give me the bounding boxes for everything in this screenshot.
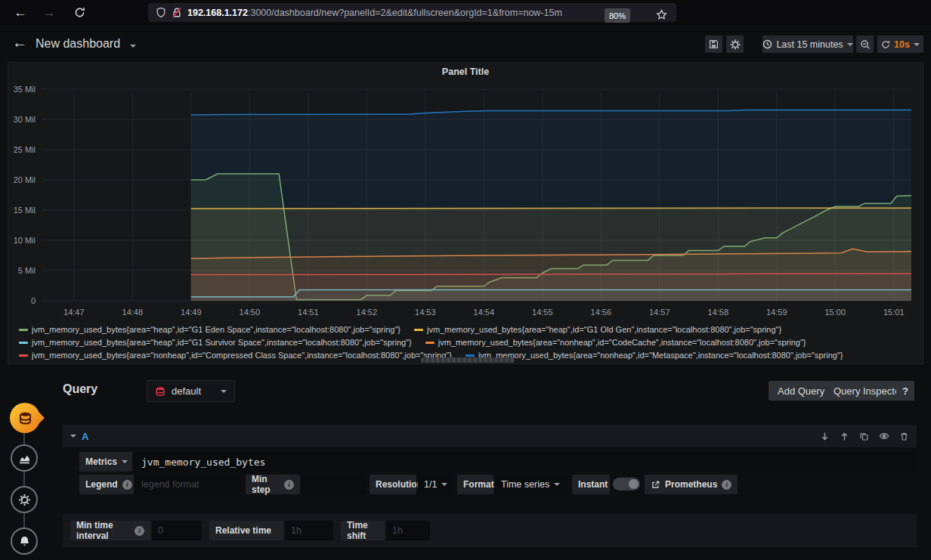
chart-legend: jvm_memory_used_bytes{area="heap",id="G1…: [19, 324, 915, 361]
legend-item-codecache[interactable]: jvm_memory_used_bytes{area="nonheap",id=…: [425, 337, 806, 348]
save-dashboard-button[interactable]: [705, 36, 722, 53]
svg-text:10 Mil: 10 Mil: [14, 236, 36, 245]
info-icon[interactable]: i: [284, 480, 294, 490]
svg-text:14:58: 14:58: [708, 308, 729, 317]
url-bar[interactable]: 192.168.1.172:3000/dashboard/new?panelId…: [148, 3, 676, 22]
tab-general[interactable]: [11, 486, 38, 513]
series-color-swatch: [19, 342, 28, 344]
panel-resize-handle[interactable]: [421, 357, 515, 363]
prometheus-link[interactable]: Prometheus i: [645, 475, 738, 494]
info-icon[interactable]: i: [722, 480, 732, 490]
query-section-label: Query: [63, 382, 97, 396]
disable-query-button[interactable]: [879, 431, 889, 441]
svg-text:14:56: 14:56: [591, 308, 612, 317]
tab-visualization[interactable]: [11, 444, 38, 472]
instant-toggle[interactable]: [613, 478, 640, 490]
datasource-icon: [155, 386, 165, 397]
relative-time-input[interactable]: [285, 521, 333, 540]
refresh-icon: [881, 40, 890, 49]
relative-time-label: Relative time: [209, 521, 283, 540]
zoom-out-icon: [860, 39, 871, 50]
svg-text:14:53: 14:53: [415, 308, 436, 317]
time-range-picker[interactable]: Last 15 minutes: [762, 36, 853, 53]
move-query-down-button[interactable]: [820, 432, 830, 441]
svg-text:14:57: 14:57: [649, 308, 670, 317]
query-row-header[interactable]: A: [63, 425, 917, 447]
label-text: Min time interval: [76, 520, 130, 541]
min-step-label: Min stepi: [246, 475, 300, 494]
time-shift-input[interactable]: [386, 521, 430, 540]
svg-text:0: 0: [31, 296, 36, 305]
metrics-dropdown[interactable]: Metrics: [79, 452, 134, 472]
resolution-caret-icon: [441, 483, 447, 486]
url-text[interactable]: 192.168.1.172:3000/dashboard/new?panelId…: [187, 8, 562, 18]
metrics-label: Metrics: [85, 456, 117, 467]
svg-text:14:55: 14:55: [532, 308, 553, 317]
format-value: Time series: [501, 479, 549, 490]
tab-alert[interactable]: [11, 528, 38, 555]
datasource-select[interactable]: default: [147, 380, 235, 402]
svg-text:14:51: 14:51: [298, 308, 319, 317]
refresh-button[interactable]: 10s: [877, 36, 923, 53]
resolution-select[interactable]: 1/1: [418, 475, 453, 494]
query-help-button[interactable]: ?: [896, 381, 914, 401]
legend-item-metaspace[interactable]: jvm_memory_used_bytes{area="nonheap",id=…: [466, 350, 843, 361]
info-icon[interactable]: i: [122, 480, 132, 490]
label-text: Format: [463, 479, 494, 490]
database-icon: [18, 411, 32, 425]
insecure-lock-icon[interactable]: [172, 7, 182, 18]
time-range-caret-icon: [847, 43, 853, 46]
series-color-swatch: [19, 329, 28, 331]
delete-query-button[interactable]: [899, 432, 909, 441]
graph-panel: Panel Title 05 Mil10 Mil15 Mil20 Mil25 M…: [8, 62, 923, 364]
legend-item-oldgen[interactable]: jvm_memory_used_bytes{area="heap",id="G1…: [414, 324, 781, 336]
time-shift-label: Time shift: [341, 521, 385, 540]
legend-format-label: Legendi: [79, 475, 134, 494]
dashboard-title[interactable]: New dashboard: [36, 37, 120, 51]
format-select[interactable]: Time series: [495, 475, 568, 494]
bookmark-star-icon[interactable]: [656, 9, 667, 23]
svg-text:15:00: 15:00: [824, 308, 846, 317]
url-path: :3000/dashboard/new?panelId=2&edit&fulls…: [248, 8, 562, 18]
info-icon[interactable]: i: [135, 526, 144, 536]
legend-item-survivor[interactable]: jvm_memory_used_bytes{area="heap",id="G1…: [19, 337, 412, 348]
legend-label: jvm_memory_used_bytes{area="heap",id="G1…: [32, 324, 401, 336]
svg-text:14:52: 14:52: [357, 308, 378, 317]
duplicate-query-button[interactable]: [859, 432, 869, 441]
format-label: Format: [457, 475, 493, 494]
browser-reload-button[interactable]: [70, 3, 89, 22]
dashboard-settings-button[interactable]: [726, 36, 744, 53]
datasource-caret-icon: [221, 390, 227, 393]
resolution-value: 1/1: [424, 479, 437, 490]
browser-forward-button[interactable]: →: [39, 3, 59, 22]
series-color-swatch: [466, 354, 475, 357]
shield-icon[interactable]: [156, 7, 166, 18]
legend-label: jvm_memory_used_bytes{area="nonheap",id=…: [478, 350, 843, 361]
promql-expression-input[interactable]: [132, 452, 917, 472]
zoom-out-button[interactable]: [856, 36, 874, 53]
datasource-name: default: [172, 385, 215, 397]
collapse-caret-icon[interactable]: [70, 435, 76, 438]
dashboard-title-caret-icon: [130, 45, 136, 48]
time-range-label: Last 15 minutes: [776, 39, 843, 50]
min-time-interval-input[interactable]: [152, 521, 202, 540]
svg-text:14:59: 14:59: [766, 308, 787, 317]
label-text: Resolution: [376, 479, 422, 490]
dashboard-back-button[interactable]: ←: [12, 34, 27, 51]
legend-format-input[interactable]: [135, 475, 241, 494]
svg-text:14:54: 14:54: [474, 308, 495, 317]
series-color-swatch: [19, 354, 28, 357]
timeseries-chart[interactable]: 05 Mil10 Mil15 Mil20 Mil25 Mil30 Mil35 M…: [8, 63, 923, 323]
svg-text:5 Mil: 5 Mil: [18, 266, 36, 275]
legend-item-eden[interactable]: jvm_memory_used_bytes{area="heap",id="G1…: [19, 324, 401, 336]
min-step-input[interactable]: [302, 475, 365, 494]
tab-queries[interactable]: [10, 403, 40, 433]
browser-back-button[interactable]: ←: [11, 3, 30, 22]
label-text: Instant: [578, 479, 608, 490]
toggle-knob: [629, 479, 639, 489]
browser-zoom-badge[interactable]: 80%: [605, 8, 630, 23]
legend-item-compressed[interactable]: jvm_memory_used_bytes{area="nonheap",id=…: [19, 350, 452, 361]
prometheus-label: Prometheus: [665, 479, 717, 490]
move-query-up-button[interactable]: [840, 432, 849, 441]
series-color-swatch: [414, 329, 423, 331]
